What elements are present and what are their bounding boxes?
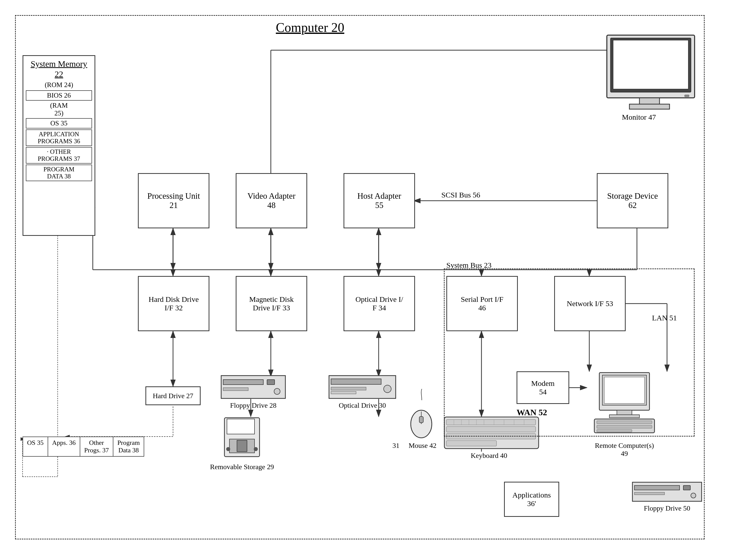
svg-point-41 — [274, 388, 280, 394]
scsi-bus-label: SCSI Bus 56 — [441, 191, 480, 199]
svg-rect-49 — [237, 440, 247, 452]
hard-disk-if-label: Hard Disk Drive I/F 32 — [149, 295, 199, 312]
partition-apps: Apps. 36 — [48, 437, 80, 457]
remote-computer-label: Remote Computer(s) 49 — [584, 442, 665, 458]
svg-rect-38 — [223, 380, 263, 385]
mag-disk-if-box: Magnetic Disk Drive I/F 33 — [236, 276, 307, 331]
page: Computer 20 — [0, 0, 741, 560]
svg-rect-86 — [634, 486, 680, 490]
computer-title: Computer 20 — [276, 20, 344, 35]
optical-drive-svg — [329, 375, 396, 399]
ram-label: (RAM25) — [25, 102, 92, 117]
processing-unit-label: Processing Unit — [147, 191, 200, 201]
partition-row: OS 35 Apps. 36 Other Progs. 37 Program D… — [22, 437, 144, 457]
svg-rect-72 — [613, 40, 688, 89]
svg-rect-78 — [604, 377, 645, 403]
mouse-cable-svg — [419, 388, 424, 400]
partition-data: Program Data 38 — [113, 437, 144, 457]
hard-drive-label: Hard Drive 27 — [153, 392, 193, 400]
svg-rect-44 — [331, 387, 366, 390]
bios-item: BIOS 26 — [26, 90, 92, 101]
svg-rect-80 — [609, 415, 639, 418]
svg-point-51 — [226, 447, 230, 451]
floppy50-illustration — [632, 482, 702, 503]
svg-point-46 — [384, 385, 391, 393]
mouse-illustration — [409, 399, 434, 440]
partition-other: Other Progs. 37 — [80, 437, 113, 457]
floppy-drive-svg — [221, 375, 286, 399]
svg-rect-82 — [597, 421, 652, 424]
svg-rect-74 — [629, 104, 670, 109]
app-programs-item: APPLICATIONPROGRAMS 36 — [26, 129, 92, 146]
svg-rect-40 — [223, 388, 248, 391]
svg-rect-37 — [221, 376, 285, 398]
svg-rect-88 — [634, 492, 665, 495]
system-bus-label: System Bus 23 — [446, 261, 491, 269]
system-memory-title: System Memory22 — [25, 59, 92, 79]
svg-rect-50 — [227, 419, 255, 434]
host-adapter-label: Host Adapter — [357, 191, 401, 201]
host-adapter-box: Host Adapter 55 — [344, 173, 415, 228]
mag-disk-if-label: Magnetic Disk Drive I/F 33 — [249, 295, 294, 312]
monitor-label: Monitor 47 — [622, 113, 656, 121]
floppy50-svg — [632, 482, 702, 502]
mouse-number: 31 — [392, 442, 399, 450]
svg-point-89 — [691, 493, 696, 498]
svg-rect-85 — [632, 482, 701, 501]
system-memory-box: System Memory22 (ROM 24) BIOS 26 (RAM25)… — [22, 55, 95, 236]
storage-device-box: Storage Device 62 — [597, 173, 668, 228]
removable-storage-label: Removable Storage 29 — [206, 463, 278, 471]
video-adapter-box: Video Adapter 48 — [236, 173, 307, 228]
keyboard-label: Keyboard 40 — [451, 452, 527, 460]
floppy-drive-label: Floppy Drive 28 — [221, 401, 286, 410]
mouse-label: Mouse 42 — [406, 442, 439, 450]
floppy-drive-illustration — [221, 375, 286, 400]
applications-box: Applications 36' — [504, 482, 559, 517]
svg-rect-83 — [597, 425, 652, 428]
storage-device-label: Storage Device — [607, 191, 658, 201]
svg-rect-43 — [331, 379, 381, 384]
hard-drive-box: Hard Drive 27 — [145, 386, 201, 405]
svg-rect-39 — [267, 380, 275, 385]
video-adapter-num: 48 — [267, 201, 276, 210]
rom-label: (ROM 24) — [25, 81, 92, 89]
processing-unit-box: Processing Unit 21 — [138, 173, 209, 228]
remote-computer-illustration — [587, 370, 665, 439]
svg-rect-45 — [331, 391, 356, 394]
svg-rect-60 — [446, 441, 496, 446]
monitor-illustration — [604, 33, 697, 114]
mouse-svg — [409, 399, 434, 439]
processing-unit-num: 21 — [170, 201, 178, 210]
applications-label: Applications 36' — [512, 491, 551, 508]
monitor-svg — [604, 33, 697, 113]
svg-rect-87 — [683, 486, 690, 490]
svg-point-52 — [254, 447, 258, 451]
optical-if-label: Optical Drive I/ F 34 — [355, 295, 403, 312]
optical-drive-illustration — [329, 375, 396, 400]
svg-rect-84 — [597, 430, 632, 432]
partition-os: OS 35 — [22, 437, 48, 457]
svg-rect-75 — [685, 95, 689, 97]
os-item: OS 35 — [26, 118, 92, 128]
removable-storage-svg — [223, 417, 261, 459]
remote-computer-svg — [587, 370, 665, 438]
program-data-item: PROGRAMDATA 38 — [26, 165, 92, 181]
optical-if-box: Optical Drive I/ F 34 — [344, 276, 415, 331]
floppy50-label: Floppy Drive 50 — [632, 504, 702, 512]
hard-disk-if-box: Hard Disk Drive I/F 32 — [138, 276, 209, 331]
removable-storage-illustration — [223, 417, 261, 460]
optical-drive-label: Optical Drive 30 — [329, 401, 396, 410]
host-adapter-num: 55 — [375, 201, 384, 210]
svg-rect-55 — [419, 417, 423, 423]
video-adapter-label: Video Adapter — [248, 191, 295, 201]
other-programs-item: · OTHERPROGRAMS 37 — [26, 147, 92, 164]
storage-device-num: 62 — [628, 201, 637, 210]
